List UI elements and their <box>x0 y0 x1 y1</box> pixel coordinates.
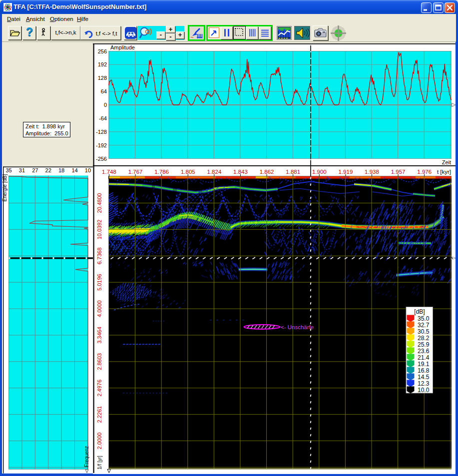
svg-text:128: 128 <box>98 75 107 81</box>
svg-text:21.4: 21.4 <box>418 354 430 361</box>
svg-text:64: 64 <box>101 88 107 94</box>
svg-text:1.900: 1.900 <box>312 169 327 175</box>
svg-text:1.938: 1.938 <box>365 169 379 175</box>
svg-text:30.5: 30.5 <box>418 328 430 335</box>
svg-text:1.919: 1.919 <box>339 169 353 175</box>
svg-text:1.824: 1.824 <box>207 169 222 175</box>
svg-text:10: 10 <box>85 167 91 173</box>
svg-text:-128: -128 <box>96 129 107 135</box>
svg-text:-256: -256 <box>96 156 107 162</box>
svg-text:Zeit: Zeit <box>442 159 451 165</box>
svg-text:35.0: 35.0 <box>418 315 430 322</box>
svg-text:1.881: 1.881 <box>286 169 300 175</box>
svg-text:192: 192 <box>98 61 107 67</box>
svg-text:2.8603: 2.8603 <box>96 353 102 370</box>
svg-text:1.805: 1.805 <box>181 169 195 175</box>
svg-text:1/f [yr]: 1/f [yr] <box>97 456 102 470</box>
svg-text:5.0196: 5.0196 <box>96 274 102 291</box>
svg-text:23.6: 23.6 <box>418 348 430 355</box>
svg-text:-64: -64 <box>99 115 107 121</box>
svg-text:2.0000: 2.0000 <box>96 433 102 450</box>
svg-text:<- Unschärfe: <- Unschärfe <box>281 324 314 330</box>
svg-text:1.976: 1.976 <box>417 169 432 175</box>
svg-text:31: 31 <box>19 167 25 173</box>
svg-text:32.7: 32.7 <box>418 322 430 329</box>
svg-text:10.0: 10.0 <box>418 387 430 394</box>
svg-text:35: 35 <box>5 167 11 173</box>
svg-text:6.7368: 6.7368 <box>96 247 102 264</box>
svg-text:1.748: 1.748 <box>102 169 116 175</box>
svg-text:2.2261: 2.2261 <box>96 406 102 423</box>
svg-text:256: 256 <box>98 48 107 54</box>
svg-text:1.786: 1.786 <box>154 169 169 175</box>
svg-text:3.3464: 3.3464 <box>96 327 102 344</box>
svg-text:1.862: 1.862 <box>260 169 274 175</box>
svg-text:Amplitude: Amplitude <box>110 44 135 50</box>
svg-text:-192: -192 <box>96 142 107 148</box>
svg-text:25.9: 25.9 <box>418 341 430 348</box>
svg-text:16.8: 16.8 <box>418 367 430 374</box>
svg-text:1.843: 1.843 <box>233 169 248 175</box>
svg-text:14.5: 14.5 <box>418 374 430 381</box>
svg-text:4.0000: 4.0000 <box>96 300 102 317</box>
svg-text:Frequenz: Frequenz <box>84 446 89 467</box>
svg-text:27: 27 <box>32 167 38 173</box>
svg-text:18: 18 <box>58 167 64 173</box>
svg-text:2.4976: 2.4976 <box>96 380 102 397</box>
svg-text:[dB]: [dB] <box>414 308 425 315</box>
svg-text:Energie [dB]: Energie [dB] <box>2 174 7 201</box>
svg-text:20.4800: 20.4800 <box>96 193 102 213</box>
svg-text:12.3: 12.3 <box>418 380 430 387</box>
svg-text:14: 14 <box>71 167 77 173</box>
svg-text:22: 22 <box>45 167 51 173</box>
svg-text:t [kyr]: t [kyr] <box>437 169 451 175</box>
svg-text:10.0392: 10.0392 <box>96 220 102 240</box>
svg-text:28.2: 28.2 <box>418 335 430 342</box>
svg-text:1.767: 1.767 <box>128 169 143 175</box>
svg-text:0: 0 <box>104 102 107 108</box>
svg-text:19.1: 19.1 <box>418 361 430 368</box>
svg-text:1.957: 1.957 <box>391 169 406 175</box>
